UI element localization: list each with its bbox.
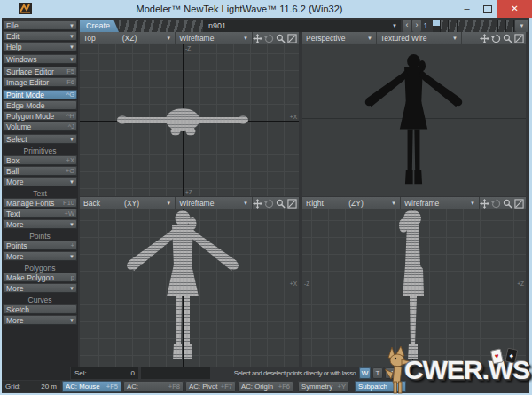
rotate-icon[interactable]	[264, 199, 274, 209]
axis-mark: +Z	[517, 280, 524, 287]
sidebar-item-volume[interactable]: Volume^J	[3, 122, 77, 131]
selection-count-field: Sel: 0	[71, 367, 138, 379]
ac-mouse-button[interactable]: AC: Mouse +F5	[62, 381, 121, 392]
viewport-back-canvas[interactable]: +X	[80, 209, 299, 367]
pan-icon[interactable]	[253, 34, 262, 43]
button-label: AC: Selection	[127, 381, 168, 392]
sidebar-item-make-polygon[interactable]: Make Polygonp	[3, 273, 77, 282]
sidebar-item-text[interactable]: Text+W	[3, 209, 77, 218]
viewport-perspective-canvas[interactable]	[302, 44, 526, 196]
view-type-dropdown[interactable]: Perspective ▼	[302, 32, 377, 44]
zoom-icon[interactable]	[276, 199, 286, 209]
sidebar-item-polygon-mode[interactable]: Polygon Mode^H	[3, 111, 77, 121]
sidebar-item-ball[interactable]: Ball+O	[3, 166, 77, 176]
sidebar-item-manage-fonts[interactable]: Manage FontsF10	[3, 198, 77, 208]
layer-tab-5[interactable]	[466, 20, 473, 32]
button-label: Subpatch	[358, 381, 387, 392]
render-mode-dropdown[interactable]: Textured Wire ▼	[377, 32, 462, 44]
layer-tab-7[interactable]	[481, 20, 489, 32]
sel-label: Sel:	[74, 367, 87, 379]
tab-create[interactable]: Create	[80, 20, 119, 32]
layer-dropdown-button[interactable]: ▼	[515, 20, 528, 32]
maximize-icon	[483, 5, 492, 13]
zoom-icon[interactable]	[503, 34, 512, 43]
rotate-icon[interactable]	[491, 199, 501, 209]
zoom-icon[interactable]	[276, 34, 286, 43]
layer-tab-2[interactable]	[441, 20, 449, 32]
layer-tab-3[interactable]	[449, 20, 457, 32]
pan-icon[interactable]	[480, 199, 489, 209]
shortcut-label: ^J	[68, 122, 74, 130]
tab-strip-inactive[interactable]	[119, 20, 204, 32]
close-button[interactable]: ✕	[497, 0, 532, 18]
sidebar-item-more-primitives[interactable]: More▼	[3, 177, 77, 186]
ac-selection-button[interactable]: AC: Selection +F8	[123, 381, 184, 392]
sidebar-item-file[interactable]: File▼	[3, 20, 77, 30]
sidebar-item-more-curves[interactable]: More▼	[3, 315, 77, 325]
rotate-icon[interactable]	[491, 34, 501, 43]
maximize-viewport-icon[interactable]	[287, 199, 297, 209]
sidebar-item-select[interactable]: Select▼	[3, 134, 77, 144]
layer-bank	[433, 20, 514, 32]
mode-button-w[interactable]: W	[359, 367, 371, 379]
ac-origin-button[interactable]: AC: Origin +F6	[238, 381, 293, 392]
axis-mark: +X	[290, 280, 297, 287]
sidebar-item-help[interactable]: Help▼	[3, 42, 77, 51]
view-type-dropdown[interactable]: Top (XZ) ▼	[80, 32, 176, 44]
view-type-dropdown[interactable]: Right (ZY) ▼	[302, 197, 401, 209]
sidebar-item-more-points[interactable]: More▼	[3, 251, 77, 261]
maximize-button[interactable]	[477, 0, 497, 18]
item-label: Select	[6, 135, 27, 144]
item-label: File	[6, 21, 19, 30]
rotate-icon[interactable]	[264, 34, 274, 43]
sidebar-item-box[interactable]: Box+X	[3, 155, 77, 165]
layer-tab-8[interactable]	[489, 20, 497, 32]
sidebar-item-point-mode[interactable]: Point Mode^G	[3, 90, 77, 99]
render-mode-dropdown[interactable]: Wireframe ▼	[176, 197, 253, 209]
item-label: More	[6, 316, 23, 325]
viewport-right-canvas[interactable]: -Z +Z	[302, 209, 526, 367]
render-mode-dropdown[interactable]: Wireframe ▼	[176, 32, 253, 44]
layer-tab-10[interactable]	[506, 20, 514, 32]
layer-tab-6[interactable]	[473, 20, 481, 32]
sidebar-item-windows[interactable]: Windows▼	[3, 54, 77, 64]
ac-pivot-button[interactable]: AC: Pivot +F7	[185, 381, 236, 392]
mode-button-t[interactable]: T	[372, 367, 383, 379]
layer-prev-button[interactable]: ‹	[403, 20, 411, 32]
view-type-dropdown[interactable]: Back (XY) ▼	[80, 197, 176, 209]
mode-button-m[interactable]: M	[385, 367, 395, 379]
sidebar-item-surface-editor[interactable]: Surface EditorF5	[3, 67, 77, 76]
render-mode-label: Wireframe	[404, 199, 439, 208]
sidebar-item-image-editor[interactable]: Image EditorF6	[3, 77, 77, 87]
sidebar-item-edge-mode[interactable]: Edge Mode	[3, 100, 77, 110]
item-label: More	[6, 252, 23, 261]
item-label: Point Mode	[6, 91, 44, 99]
layer-tab-9[interactable]	[498, 20, 506, 32]
layer-tab-4[interactable]	[458, 20, 466, 32]
titlebar[interactable]: Modeler™ NewTek LightWave™ 11.6.2 (Win32…	[0, 0, 532, 18]
zoom-icon[interactable]	[503, 199, 512, 209]
subpatch-button[interactable]: Subpatch	[355, 381, 406, 392]
maximize-viewport-icon[interactable]	[514, 199, 524, 209]
render-mode-dropdown[interactable]: Wireframe ▼	[401, 197, 480, 209]
pan-icon[interactable]	[253, 199, 262, 209]
sidebar-item-sketch[interactable]: Sketch	[3, 304, 77, 314]
sidebar-item-edit[interactable]: Edit▼	[3, 31, 77, 41]
sidebar-item-more-text[interactable]: More▼	[3, 219, 77, 229]
layer-tab-1[interactable]	[433, 20, 441, 32]
pan-icon[interactable]	[480, 34, 489, 43]
maximize-viewport-icon[interactable]	[287, 34, 297, 43]
symmetry-button[interactable]: Symmetry +Y	[298, 381, 349, 392]
shortcut-label: +O	[66, 167, 74, 175]
maximize-viewport-icon[interactable]	[514, 34, 524, 43]
object-name-dropdown[interactable]: n901 ▼	[203, 20, 401, 32]
chevron-down-icon: ▼	[452, 32, 458, 44]
sidebar-item-points[interactable]: Points+	[3, 241, 77, 250]
shortcut-label: +F8	[168, 381, 180, 392]
viewport-top-canvas[interactable]: -Z +Z +X	[80, 44, 299, 196]
viewport-perspective-header: Perspective ▼ Textured Wire ▼	[302, 32, 526, 44]
item-label: Surface Editor	[6, 67, 54, 76]
view-label: Back	[83, 199, 100, 208]
sidebar-item-more-polygons[interactable]: More▼	[3, 283, 77, 293]
minimize-button[interactable]: –	[457, 0, 477, 18]
